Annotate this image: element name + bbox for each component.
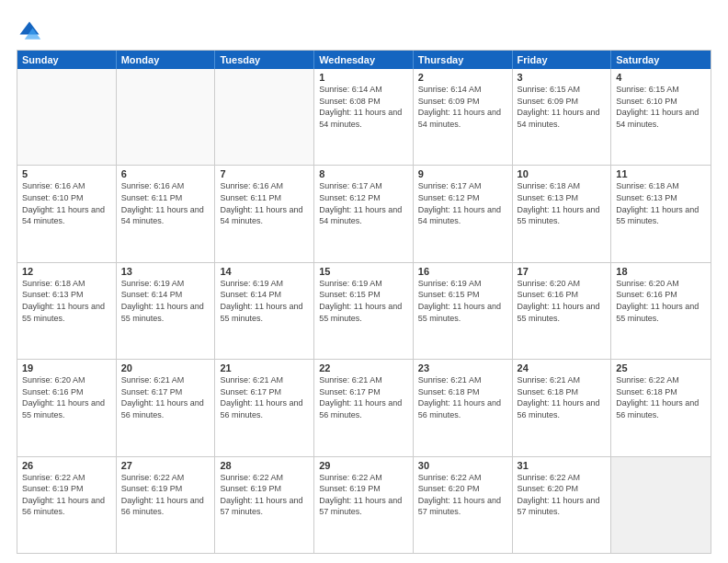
calendar-week-row: 1Sunrise: 6:14 AM Sunset: 6:08 PM Daylig…: [17, 69, 711, 166]
day-number: 25: [616, 362, 706, 373]
day-number: 26: [22, 460, 111, 471]
calendar-cell: 19Sunrise: 6:20 AM Sunset: 6:16 PM Dayli…: [17, 360, 117, 455]
calendar-cell: 30Sunrise: 6:22 AM Sunset: 6:20 PM Dayli…: [414, 457, 513, 553]
day-number: 21: [220, 362, 309, 373]
calendar-header-day: Tuesday: [215, 51, 314, 69]
day-info: Sunrise: 6:16 AM Sunset: 6:11 PM Dayligh…: [121, 180, 210, 226]
calendar-cell: [215, 69, 314, 165]
calendar-week-row: 19Sunrise: 6:20 AM Sunset: 6:16 PM Dayli…: [17, 360, 711, 456]
day-number: 31: [518, 460, 607, 471]
day-number: 22: [319, 362, 408, 373]
day-number: 24: [518, 362, 607, 373]
day-number: 16: [418, 266, 507, 277]
calendar-week-row: 5Sunrise: 6:16 AM Sunset: 6:10 PM Daylig…: [17, 166, 711, 262]
calendar-header-day: Monday: [117, 51, 216, 69]
day-info: Sunrise: 6:20 AM Sunset: 6:16 PM Dayligh…: [518, 278, 607, 324]
calendar-cell: 15Sunrise: 6:19 AM Sunset: 6:15 PM Dayli…: [314, 263, 414, 359]
day-number: 29: [319, 460, 408, 471]
day-info: Sunrise: 6:21 AM Sunset: 6:17 PM Dayligh…: [319, 374, 408, 420]
page: SundayMondayTuesdayWednesdayThursdayFrid…: [0, 0, 728, 563]
calendar-week-row: 26Sunrise: 6:22 AM Sunset: 6:19 PM Dayli…: [17, 457, 711, 553]
day-number: 10: [518, 168, 607, 179]
day-number: 4: [616, 72, 706, 83]
calendar-cell: 6Sunrise: 6:16 AM Sunset: 6:11 PM Daylig…: [117, 166, 216, 261]
header: [17, 15, 711, 44]
day-info: Sunrise: 6:20 AM Sunset: 6:16 PM Dayligh…: [22, 374, 111, 420]
day-info: Sunrise: 6:18 AM Sunset: 6:13 PM Dayligh…: [22, 278, 111, 324]
calendar-cell: 12Sunrise: 6:18 AM Sunset: 6:13 PM Dayli…: [17, 263, 117, 359]
calendar-cell: 29Sunrise: 6:22 AM Sunset: 6:19 PM Dayli…: [314, 457, 414, 553]
day-info: Sunrise: 6:15 AM Sunset: 6:10 PM Dayligh…: [616, 84, 706, 130]
calendar-cell: 16Sunrise: 6:19 AM Sunset: 6:15 PM Dayli…: [414, 263, 513, 359]
calendar-cell: 17Sunrise: 6:20 AM Sunset: 6:16 PM Dayli…: [513, 263, 612, 359]
logo-icon: [17, 18, 42, 44]
day-info: Sunrise: 6:19 AM Sunset: 6:14 PM Dayligh…: [121, 278, 210, 324]
calendar-cell: 31Sunrise: 6:22 AM Sunset: 6:20 PM Dayli…: [513, 457, 612, 553]
calendar-cell: 21Sunrise: 6:21 AM Sunset: 6:17 PM Dayli…: [215, 360, 314, 455]
day-number: 5: [22, 168, 111, 179]
calendar-cell: 24Sunrise: 6:21 AM Sunset: 6:18 PM Dayli…: [513, 360, 612, 455]
day-info: Sunrise: 6:19 AM Sunset: 6:15 PM Dayligh…: [418, 278, 507, 324]
calendar-cell: 5Sunrise: 6:16 AM Sunset: 6:10 PM Daylig…: [17, 166, 117, 261]
day-number: 18: [616, 266, 706, 277]
day-info: Sunrise: 6:17 AM Sunset: 6:12 PM Dayligh…: [319, 180, 408, 226]
day-info: Sunrise: 6:22 AM Sunset: 6:20 PM Dayligh…: [518, 472, 607, 518]
day-info: Sunrise: 6:22 AM Sunset: 6:18 PM Dayligh…: [616, 374, 706, 420]
calendar-cell: 1Sunrise: 6:14 AM Sunset: 6:08 PM Daylig…: [314, 69, 414, 165]
calendar-cell: 10Sunrise: 6:18 AM Sunset: 6:13 PM Dayli…: [513, 166, 612, 261]
day-number: 23: [418, 362, 507, 373]
day-number: 8: [319, 168, 408, 179]
day-number: 6: [121, 168, 210, 179]
day-info: Sunrise: 6:14 AM Sunset: 6:08 PM Dayligh…: [319, 84, 408, 130]
calendar-cell: 22Sunrise: 6:21 AM Sunset: 6:17 PM Dayli…: [314, 360, 414, 455]
calendar-cell: [117, 69, 216, 165]
day-info: Sunrise: 6:20 AM Sunset: 6:16 PM Dayligh…: [616, 278, 706, 324]
day-info: Sunrise: 6:18 AM Sunset: 6:13 PM Dayligh…: [616, 180, 706, 226]
day-number: 19: [22, 362, 111, 373]
day-number: 15: [319, 266, 408, 277]
calendar-header-day: Sunday: [17, 51, 117, 69]
day-number: 12: [22, 266, 111, 277]
day-info: Sunrise: 6:17 AM Sunset: 6:12 PM Dayligh…: [418, 180, 507, 226]
day-number: 30: [418, 460, 507, 471]
calendar-cell: 20Sunrise: 6:21 AM Sunset: 6:17 PM Dayli…: [117, 360, 216, 455]
day-info: Sunrise: 6:22 AM Sunset: 6:19 PM Dayligh…: [220, 472, 309, 518]
calendar-header-day: Friday: [513, 51, 612, 69]
calendar-cell: [17, 69, 117, 165]
day-info: Sunrise: 6:22 AM Sunset: 6:19 PM Dayligh…: [121, 472, 210, 518]
day-number: 27: [121, 460, 210, 471]
calendar-header-day: Saturday: [611, 51, 711, 69]
calendar-cell: 25Sunrise: 6:22 AM Sunset: 6:18 PM Dayli…: [611, 360, 711, 455]
calendar-cell: 8Sunrise: 6:17 AM Sunset: 6:12 PM Daylig…: [314, 166, 414, 261]
day-info: Sunrise: 6:22 AM Sunset: 6:19 PM Dayligh…: [319, 472, 408, 518]
logo: [17, 18, 46, 44]
day-info: Sunrise: 6:21 AM Sunset: 6:18 PM Dayligh…: [418, 374, 507, 420]
calendar-header-day: Wednesday: [314, 51, 414, 69]
day-info: Sunrise: 6:15 AM Sunset: 6:09 PM Dayligh…: [518, 84, 607, 130]
day-info: Sunrise: 6:19 AM Sunset: 6:14 PM Dayligh…: [220, 278, 309, 324]
calendar-header-day: Thursday: [414, 51, 513, 69]
calendar-cell: 3Sunrise: 6:15 AM Sunset: 6:09 PM Daylig…: [513, 69, 612, 165]
calendar-cell: 9Sunrise: 6:17 AM Sunset: 6:12 PM Daylig…: [414, 166, 513, 261]
day-info: Sunrise: 6:21 AM Sunset: 6:18 PM Dayligh…: [518, 374, 607, 420]
day-number: 1: [319, 72, 408, 83]
day-number: 7: [220, 168, 309, 179]
calendar-cell: 18Sunrise: 6:20 AM Sunset: 6:16 PM Dayli…: [611, 263, 711, 359]
calendar-cell: 4Sunrise: 6:15 AM Sunset: 6:10 PM Daylig…: [611, 69, 711, 165]
day-number: 28: [220, 460, 309, 471]
calendar-cell: 14Sunrise: 6:19 AM Sunset: 6:14 PM Dayli…: [215, 263, 314, 359]
day-info: Sunrise: 6:19 AM Sunset: 6:15 PM Dayligh…: [319, 278, 408, 324]
day-number: 11: [616, 168, 706, 179]
day-info: Sunrise: 6:21 AM Sunset: 6:17 PM Dayligh…: [121, 374, 210, 420]
calendar-cell: [611, 457, 711, 553]
calendar-cell: 27Sunrise: 6:22 AM Sunset: 6:19 PM Dayli…: [117, 457, 216, 553]
day-number: 9: [418, 168, 507, 179]
day-info: Sunrise: 6:22 AM Sunset: 6:19 PM Dayligh…: [22, 472, 111, 518]
calendar: SundayMondayTuesdayWednesdayThursdayFrid…: [17, 50, 711, 554]
day-info: Sunrise: 6:16 AM Sunset: 6:10 PM Dayligh…: [22, 180, 111, 226]
day-number: 20: [121, 362, 210, 373]
day-number: 17: [518, 266, 607, 277]
day-number: 14: [220, 266, 309, 277]
day-info: Sunrise: 6:21 AM Sunset: 6:17 PM Dayligh…: [220, 374, 309, 420]
calendar-week-row: 12Sunrise: 6:18 AM Sunset: 6:13 PM Dayli…: [17, 263, 711, 360]
